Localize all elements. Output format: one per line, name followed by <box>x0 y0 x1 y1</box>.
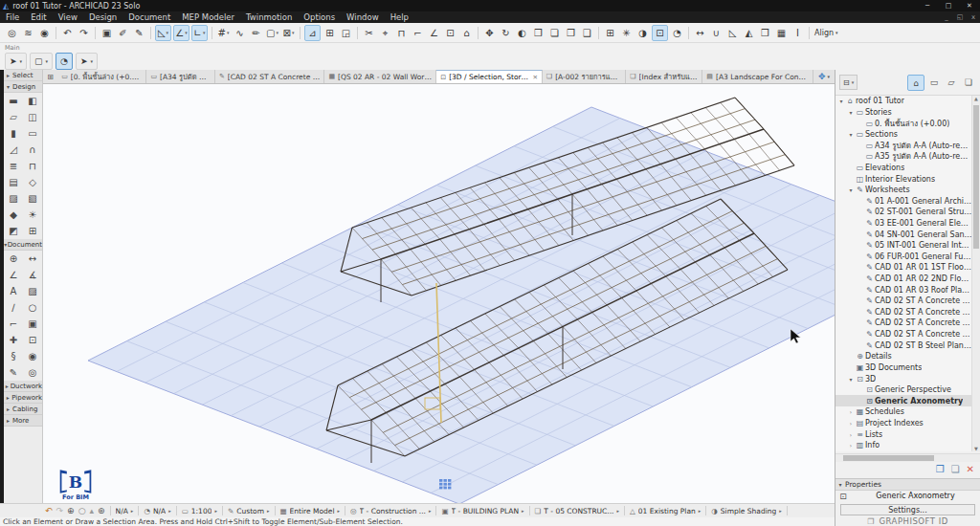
quick-layers-icon[interactable]: ≋ <box>21 26 35 40</box>
tab-overview-button[interactable]: ⊞ <box>43 70 57 83</box>
tree-item[interactable]: ›≡Lists <box>835 428 972 440</box>
menu-help[interactable]: Help <box>385 11 414 23</box>
graphisoft-id-badge[interactable]: ❐ GRAPHISOFT ID <box>835 516 980 526</box>
tree-item[interactable]: ▭Elevations <box>835 163 972 174</box>
tab-7[interactable]: ❏[Index สำหรับแบบ] <box>626 70 702 83</box>
collapse-icon[interactable]: ▾ <box>847 109 855 116</box>
virtual-trace-icon[interactable]: ◲ <box>339 26 353 40</box>
menu-mep-modeler[interactable]: MEP Modeler <box>176 11 240 23</box>
clone-folder-icon[interactable]: ❐ <box>936 464 945 474</box>
multiply-icon[interactable]: ❒ <box>531 26 546 40</box>
fit-in-window-icon[interactable]: ⊛ <box>98 506 105 515</box>
zone-tool[interactable]: ▨ <box>4 190 23 207</box>
snap-angle-icon[interactable]: ∠▾ <box>173 25 189 41</box>
tree-item[interactable]: ✎CAD 02 ST B Steel Plan - Roof Plan (Ind… <box>835 340 972 351</box>
label-tool[interactable]: A <box>4 283 23 299</box>
level-dimension-tool[interactable]: ∡ <box>23 267 42 283</box>
tree-item[interactable]: ✎CAD 02 ST A Concrete Plan - 0 Footing P <box>835 296 972 307</box>
tree-item[interactable]: ▭0. พื้นชั้นล่าง (+0.00) <box>835 118 972 129</box>
tree-item[interactable]: ›▦Schedules <box>835 406 972 418</box>
toolbox-section-design[interactable]: ▾Design <box>4 81 42 93</box>
angle-dimension-tool[interactable]: ∠ <box>4 267 23 283</box>
object-tool[interactable]: ◆ <box>4 207 23 223</box>
ramp-icon[interactable]: ◺ <box>725 26 740 40</box>
3d-viewport[interactable]: B For BIM <box>43 84 835 503</box>
visibility-eye-icon[interactable]: ◉ <box>37 26 52 40</box>
resize-icon[interactable]: ⊡ <box>443 26 457 40</box>
tree-item[interactable]: ✎05 INT-001 General Interior (Independen… <box>835 240 972 252</box>
tree-item[interactable]: ✎04 SN-001 General Sanitary (Independent <box>835 229 972 240</box>
tab-5[interactable]: ⊡[3D / Selection, Story 0]✕ <box>436 70 543 83</box>
stair-tool[interactable]: ≣ <box>4 158 23 174</box>
mirror-copy-icon[interactable]: ❑ <box>580 26 594 40</box>
maximize-button[interactable]: □ <box>938 2 959 10</box>
tree-item[interactable]: ✎CAD 02 ST A Concrete Plan - 1 ST Floor … <box>835 307 972 318</box>
elevate-icon[interactable]: ⌂ <box>459 26 474 40</box>
measure-icon[interactable]: ↔ <box>693 26 707 40</box>
menu-view[interactable]: View <box>53 11 83 23</box>
zoom-in-icon[interactable]: ⊕ <box>67 506 75 515</box>
tree-vertical-scrollbar[interactable]: ▲ ▼ <box>971 96 980 451</box>
fillet-icon[interactable]: ⌐ <box>411 26 425 40</box>
align-dropdown[interactable]: Align▾ <box>814 29 838 37</box>
tab-8[interactable]: ▤[A3 Landscape For Constr... <box>702 70 813 83</box>
tree-item[interactable]: ✎CAD 02 ST A Concrete Plan - 2 ND Floor <box>835 318 972 329</box>
tree-item[interactable]: ✎03 EE-001 General Electric (Independent <box>835 218 972 230</box>
drag-copy-icon[interactable]: ❏ <box>547 26 562 40</box>
menu-twinmotion[interactable]: Twinmotion <box>240 11 298 23</box>
lamp-tool[interactable]: ☀ <box>23 207 42 223</box>
circle-tool[interactable]: ○ <box>23 299 42 316</box>
tree-item[interactable]: ▾▭Sections <box>835 129 972 141</box>
tracker-pen-icon[interactable]: ✏ <box>249 26 263 40</box>
marquee-combo-button[interactable]: ▢▾ <box>30 53 53 70</box>
grid-system-icon[interactable]: ⊞ <box>603 26 617 40</box>
survey-point-icon[interactable]: ✳ <box>619 26 634 40</box>
menu-design[interactable]: Design <box>83 11 122 23</box>
figure-tool[interactable]: ▣ <box>23 316 42 332</box>
tree-item[interactable]: ◫Interior Elevations <box>835 173 972 185</box>
railing-tool[interactable]: ⊓ <box>23 158 42 174</box>
hotspot-tool[interactable]: ✚ <box>4 332 23 348</box>
scrollbar-thumb[interactable] <box>843 455 934 461</box>
tree-item[interactable]: ▭A35 รูปตัด A-A (Auto-rebuild Model) <box>835 151 972 163</box>
expand-icon[interactable]: › <box>847 408 855 415</box>
pan-mode-icon[interactable]: ○ <box>78 506 86 515</box>
morph-tool[interactable]: ◇ <box>23 174 42 190</box>
new-viewpoint-icon[interactable]: ❏ <box>951 464 960 474</box>
back-icon[interactable]: ↶ <box>45 506 53 515</box>
quickbar-field-2[interactable]: ◔N/A▸ <box>142 507 172 515</box>
close-tab-icon[interactable]: ✕ <box>532 74 537 81</box>
quickbar-field-1[interactable]: N/A▸ <box>114 507 136 515</box>
delete-item-icon[interactable]: ✕ <box>967 464 974 474</box>
rotate-icon[interactable]: ↻ <box>499 26 513 40</box>
explore-orbit-button[interactable]: ◔ <box>56 53 73 70</box>
snap-grid-icon[interactable]: #▾ <box>216 26 231 40</box>
cutaway-icon[interactable]: ◭ <box>742 26 756 40</box>
tree-item[interactable]: ✎CAD 01 AR 03 Roof Plan (Independent) <box>835 284 972 296</box>
pick-up-parameters-icon[interactable]: ✐ <box>116 26 130 40</box>
toolbox-section-select[interactable]: ▸Select <box>4 70 42 81</box>
gravity-icon[interactable]: ◺▾ <box>155 25 171 41</box>
undo-icon[interactable]: ↶ <box>60 26 75 40</box>
menu-document[interactable]: Document <box>122 11 176 23</box>
trim-icon[interactable]: ✂ <box>362 26 376 40</box>
scroll-down-icon[interactable]: ▼ <box>972 446 980 451</box>
quickbar-field-10[interactable]: ◑Simple Shading▸ <box>709 507 784 515</box>
quickbar-field-8[interactable]: ❏T - 05 CONSTRUC...▸ <box>533 507 621 515</box>
tree-item[interactable]: ▾⊡3D <box>835 373 972 384</box>
doc-minimize-button[interactable]: _ <box>940 13 953 21</box>
tree-horizontal-scrollbar[interactable] <box>835 453 980 462</box>
tree-item[interactable]: ▾⌂roof 01 Tutor <box>835 96 972 107</box>
tree-item[interactable]: ✎06 FUR-001 General Furniture (Independe… <box>835 252 972 263</box>
linear-dimension-tool[interactable]: ↔ <box>23 251 42 267</box>
toolbox-section-cabling[interactable]: ▸Cabling <box>4 404 42 415</box>
element-lock-icon[interactable]: ⊠▾ <box>281 26 296 40</box>
cutting-plane-icon[interactable]: ❒ <box>758 26 772 40</box>
tree-item[interactable]: ✎CAD 01 AR 02 2ND Floor Plan (Independen… <box>835 274 972 285</box>
project-map-icon[interactable]: ⌂ <box>907 75 924 91</box>
mirror-icon[interactable]: ◐ <box>515 26 529 40</box>
selection-marquee-icon[interactable]: ▢▾ <box>265 26 279 40</box>
editing-plane-icon[interactable]: ⊞ <box>323 26 337 40</box>
pointer-tool-button[interactable]: ➤▾ <box>76 53 98 70</box>
quickbar-field-6[interactable]: ◎T - Construction ...▸ <box>348 507 433 515</box>
